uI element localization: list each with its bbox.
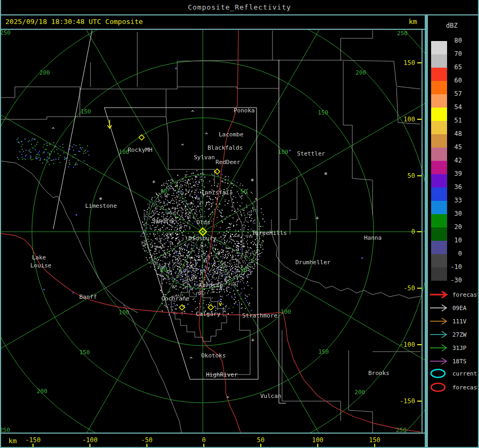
bottom-axis-tick-label: -150: [17, 436, 49, 444]
right-axis-tick-label: 0: [411, 228, 415, 235]
city-label: Sundre: [152, 217, 173, 224]
legend-arrow-icon: [429, 303, 450, 313]
bottom-axis-tick-label: 50: [245, 436, 277, 444]
radar-site-center-dot: [202, 231, 203, 232]
station-marker: *: [98, 196, 102, 203]
town-marker: ^: [52, 127, 55, 133]
bottom-axis-tick-label: -100: [74, 436, 106, 444]
colorbar-tick-label: 80: [448, 37, 462, 44]
county-boundary: [177, 30, 272, 87]
bottom-axis-tick-label: 100: [302, 436, 334, 444]
right-axis-tick: [417, 175, 422, 176]
range-ring-label: 150: [79, 349, 90, 356]
legend-ellipse-icon: [429, 382, 450, 393]
range-ring-label: 50: [240, 266, 247, 273]
highway-line: [283, 312, 420, 432]
legend-arrow-icon: [429, 316, 450, 327]
legend-item-label: forecast: [452, 384, 479, 391]
colorbar-tick-label: 45: [448, 143, 462, 151]
window-left-border: [0, 0, 1, 448]
city-label: Brooks: [368, 370, 390, 377]
city-label: Cochrane: [161, 295, 189, 302]
town-marker: ^: [189, 356, 193, 362]
range-ring-label: 50: [240, 188, 247, 195]
city-label: Sylvan: [194, 154, 215, 161]
city-label: RockyMH: [128, 146, 152, 153]
colorbar-tick-label: 0: [448, 250, 462, 257]
county-boundary: [57, 196, 138, 313]
colorbar-tick-label: 48: [448, 130, 462, 137]
right-axis-tick: [417, 62, 422, 63]
legend-item: 09EA: [429, 303, 467, 313]
colorbar-block: [431, 254, 447, 267]
town-marker: ^: [240, 275, 243, 281]
town-marker: ^: [226, 396, 229, 402]
colorbar-block: [431, 201, 447, 214]
colorbar-tick-label: 36: [448, 183, 462, 191]
status-bar: 2025/09/18 18:30:48 UTC Composite km: [1, 15, 425, 29]
county-boundary: [290, 177, 297, 219]
right-axis-tick: [417, 401, 422, 402]
legend-item: current: [429, 368, 477, 379]
legend-item-label: 31JP: [452, 345, 467, 352]
range-ring-label: 250: [396, 427, 407, 433]
range-ring-label: 100: [280, 308, 291, 315]
colorbar-block: [431, 81, 447, 94]
town-marker: ^: [201, 245, 204, 250]
colorbar-tick-label: 33: [448, 197, 462, 204]
legend-item: 31JP: [429, 343, 467, 353]
legend-item-label: 111V: [452, 318, 467, 325]
radar-window: Composite_Reflectivity 2025/09/18 18:30:…: [0, 0, 479, 448]
colorbar-block: [431, 94, 447, 108]
colorbar-block: [431, 267, 447, 281]
legend-item: forecast: [429, 382, 479, 393]
map-viewport[interactable]: 5050505010010010010015015015015020020020…: [1, 30, 425, 433]
colorbar-tick-label: 54: [448, 103, 462, 111]
legend-item-label: forecast: [452, 291, 479, 298]
city-label: Okotoks: [201, 352, 226, 359]
legend-item: 27ZW: [429, 329, 467, 340]
legend-item-label: current: [452, 370, 477, 377]
city-label: ThreeHills: [252, 230, 287, 237]
city-label: Calgary: [196, 311, 221, 317]
colorbar-tick-label: 60: [448, 77, 462, 84]
legend-item: 111V: [429, 316, 467, 327]
town-marker: ^: [205, 132, 208, 138]
city-label: Vulcan: [260, 393, 282, 400]
right-axis-tick-label: 100: [403, 116, 415, 123]
range-ring-label: 200: [356, 69, 366, 76]
station-marker: *: [250, 177, 254, 185]
colorbar-tick-label: 30: [448, 210, 462, 217]
colorbar-block: [431, 148, 447, 161]
range-ring-label: 100: [278, 149, 288, 156]
radar-site-marker: [208, 305, 213, 310]
range-ring-label: 150: [318, 109, 328, 116]
legend-item: 18TS: [429, 356, 467, 366]
station-marker: +: [152, 179, 155, 185]
title-bar: Composite_Reflectivity: [0, 0, 479, 14]
legend-item-label: 27ZW: [452, 331, 467, 338]
colorbar-tick-label: -30: [448, 276, 462, 284]
map-overlay: 5050505010010010010015015015015020020020…: [1, 30, 425, 433]
right-axis-tick-label: -150: [400, 397, 415, 405]
range-ring-label: 200: [39, 69, 50, 76]
town-marker: ^: [191, 110, 194, 116]
window-title: Composite_Reflectivity: [0, 3, 479, 11]
colorbar-tick-label: -10: [448, 263, 462, 271]
bottom-axis-tick-label: 150: [359, 436, 391, 444]
station-marker: *: [324, 171, 327, 178]
legend-ellipse: [431, 370, 445, 378]
legend-item: forecast: [429, 289, 479, 300]
colorbar-tick-label: 57: [448, 90, 462, 97]
city-label: Louise: [30, 262, 52, 269]
city-label: Airdrie: [199, 282, 223, 289]
colorbar-block: [431, 134, 447, 148]
right-axis-tick: [417, 231, 422, 232]
station-marker: +: [316, 215, 319, 221]
radar-sector-outline: [53, 30, 92, 229]
county-boundary: [272, 30, 373, 60]
legend-ellipse: [431, 384, 445, 392]
range-ring-label: 250: [1, 30, 11, 36]
city-label: Lacombe: [219, 131, 243, 138]
city-label: Blackfalds: [208, 144, 243, 151]
